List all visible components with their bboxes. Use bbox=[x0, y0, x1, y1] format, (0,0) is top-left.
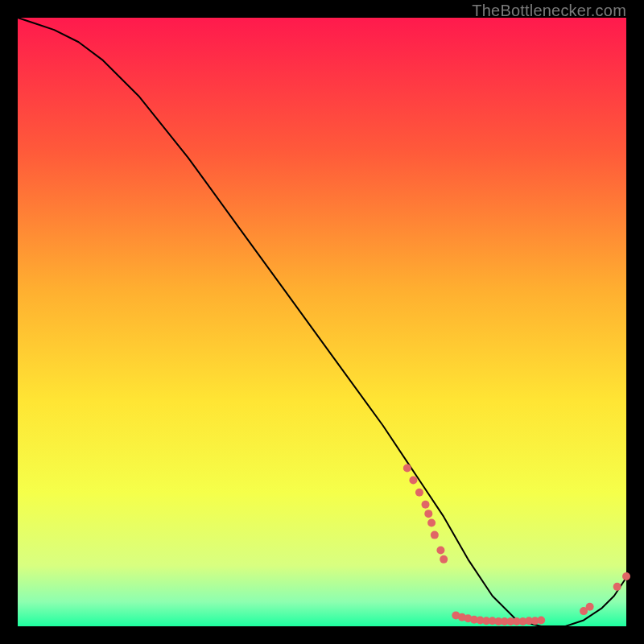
marker-marker-cluster bbox=[427, 518, 436, 526]
marker-marker-cluster bbox=[422, 501, 430, 509]
marker-marker-cluster bbox=[613, 583, 621, 591]
marker-marker-cluster bbox=[424, 510, 432, 518]
marker-marker-cluster bbox=[537, 616, 545, 624]
marker-marker-cluster bbox=[415, 489, 423, 497]
marker-marker-cluster bbox=[409, 477, 417, 485]
marker-marker-cluster bbox=[586, 603, 594, 611]
marker-marker-cluster bbox=[431, 531, 439, 539]
plot-area bbox=[18, 18, 626, 626]
series-bottleneck-curve bbox=[18, 18, 626, 626]
marker-marker-cluster bbox=[436, 547, 444, 555]
chart-container: TheBottlenecker.com bbox=[0, 0, 644, 644]
marker-marker-cluster bbox=[440, 555, 448, 564]
curve-svg bbox=[18, 18, 626, 626]
marker-marker-cluster bbox=[403, 464, 411, 472]
marker-marker-cluster bbox=[622, 572, 630, 580]
